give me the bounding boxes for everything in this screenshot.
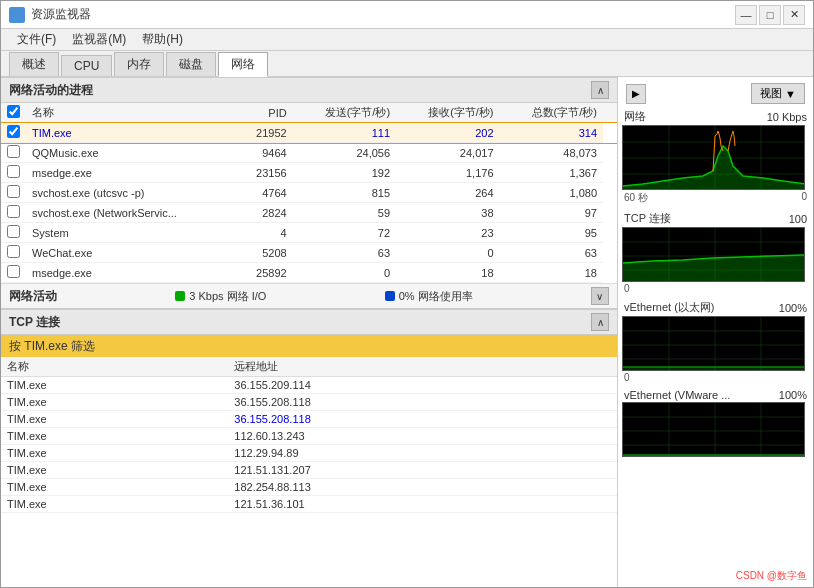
tcp-row-remote: 36.155.209.114 — [228, 377, 617, 394]
row-checkbox[interactable] — [7, 185, 20, 198]
tcp-collapse-btn[interactable]: ∧ — [591, 313, 609, 331]
right-top-bar: ▶ 视图 ▼ — [622, 81, 809, 106]
network-activity-bar: 网络活动 3 Kbps 网络 I/O 0% 网络使用率 ∨ — [1, 283, 617, 309]
tcp-row-name: TIM.exe — [1, 411, 228, 428]
row-checkbox-cell — [1, 263, 26, 283]
row-total: 1,080 — [500, 183, 603, 203]
graph-network-time: 60 秒 — [624, 191, 648, 205]
row-checkbox-cell — [1, 143, 26, 163]
process-table-row[interactable]: WeChat.exe 5208 63 0 63 — [1, 243, 617, 263]
graph-network-end: 0 — [801, 191, 807, 205]
row-send: 111 — [293, 123, 396, 143]
tcp-row-remote: 182.254.88.113 — [228, 479, 617, 496]
tcp-table-row[interactable]: TIM.exe 112.29.94.89 — [1, 445, 617, 462]
row-total: 18 — [500, 263, 603, 283]
graph-veth1: vEthernet (以太网) 100% — [622, 299, 809, 384]
tcp-table-row[interactable]: TIM.exe 36.155.209.114 — [1, 377, 617, 394]
graph-network-value: 10 Kbps — [767, 111, 807, 123]
row-recv: 24,017 — [396, 143, 499, 163]
tcp-row-remote: 112.60.13.243 — [228, 428, 617, 445]
row-checkbox[interactable] — [7, 225, 20, 238]
row-recv: 38 — [396, 203, 499, 223]
usage-indicator — [385, 291, 395, 301]
tcp-table-row[interactable]: TIM.exe 182.254.88.113 — [1, 479, 617, 496]
row-total: 95 — [500, 223, 603, 243]
main-content: 网络活动的进程 ∧ 名称 PID 发送(字节/秒) 接收(字节/秒) — [1, 77, 813, 587]
menu-file[interactable]: 文件(F) — [9, 29, 64, 50]
row-checkbox[interactable] — [7, 125, 20, 138]
network-processes-header: 网络活动的进程 ∧ — [1, 77, 617, 103]
menu-help[interactable]: 帮助(H) — [134, 29, 191, 50]
process-table-row[interactable]: TIM.exe 21952 111 202 314 — [1, 123, 617, 143]
graph-veth2: vEthernet (VMware ... 100% — [622, 388, 809, 457]
process-table-row[interactable]: QQMusic.exe 9464 24,056 24,017 48,073 — [1, 143, 617, 163]
row-recv: 1,176 — [396, 163, 499, 183]
tab-bar: 概述 CPU 内存 磁盘 网络 — [1, 51, 813, 77]
graph-veth1-end: 0 — [624, 372, 630, 383]
tcp-row-name: TIM.exe — [1, 377, 228, 394]
tcp-table-row[interactable]: TIM.exe 112.60.13.243 — [1, 428, 617, 445]
process-table-row[interactable]: svchost.exe (NetworkServic... 2824 59 38… — [1, 203, 617, 223]
row-pid: 4 — [236, 223, 293, 243]
tcp-table-row[interactable]: TIM.exe 36.155.208.118 — [1, 394, 617, 411]
graph-tcp-footer: 0 — [622, 282, 809, 295]
menu-monitor[interactable]: 监视器(M) — [64, 29, 134, 50]
svg-marker-13 — [623, 255, 805, 282]
minimize-button[interactable]: — — [735, 5, 757, 25]
select-all-checkbox[interactable] — [7, 105, 20, 118]
process-table-row[interactable]: msedge.exe 23156 192 1,176 1,367 — [1, 163, 617, 183]
tab-memory[interactable]: 内存 — [114, 52, 164, 76]
col-total: 总数(字节/秒) — [500, 103, 603, 123]
tcp-row-remote: 36.155.208.118 — [228, 411, 617, 428]
graph-veth2-canvas — [622, 402, 805, 457]
row-pid: 21952 — [236, 123, 293, 143]
row-pid: 4764 — [236, 183, 293, 203]
row-pid: 9464 — [236, 143, 293, 163]
row-checkbox-cell — [1, 123, 26, 143]
col-scrollbar-spacer — [603, 103, 617, 123]
row-checkbox[interactable] — [7, 205, 20, 218]
row-name: msedge.exe — [26, 163, 236, 183]
network-activity-collapse-btn[interactable]: ∨ — [591, 287, 609, 305]
maximize-button[interactable]: □ — [759, 5, 781, 25]
app-icon — [9, 7, 25, 23]
close-button[interactable]: ✕ — [783, 5, 805, 25]
tcp-table-header: 名称 远程地址 — [1, 357, 617, 377]
row-name: TIM.exe — [26, 123, 236, 143]
tab-cpu[interactable]: CPU — [61, 55, 112, 76]
tab-disk[interactable]: 磁盘 — [166, 52, 216, 76]
row-checkbox[interactable] — [7, 165, 20, 178]
row-checkbox[interactable] — [7, 265, 20, 278]
right-panel: ▶ 视图 ▼ 网络 10 Kbps — [618, 77, 813, 587]
graph-veth2-title: vEthernet (VMware ... — [624, 389, 730, 401]
usage-label: 0% 网络使用率 — [399, 289, 473, 304]
tcp-row-name: TIM.exe — [1, 445, 228, 462]
process-table-row[interactable]: msedge.exe 25892 0 18 18 — [1, 263, 617, 283]
process-table-row[interactable]: svchost.exe (utcsvc -p) 4764 815 264 1,0… — [1, 183, 617, 203]
tcp-filter-label: 按 TIM.exe 筛选 — [9, 338, 95, 355]
tcp-table-row[interactable]: TIM.exe 121.51.131.207 — [1, 462, 617, 479]
view-button[interactable]: 视图 ▼ — [751, 83, 805, 104]
tcp-section-header: TCP 连接 ∧ — [1, 309, 617, 335]
process-table-row[interactable]: System 4 72 23 95 — [1, 223, 617, 243]
tab-network[interactable]: 网络 — [218, 52, 268, 77]
row-total: 1,367 — [500, 163, 603, 183]
row-send: 815 — [293, 183, 396, 203]
row-checkbox[interactable] — [7, 245, 20, 258]
row-send: 63 — [293, 243, 396, 263]
tab-overview[interactable]: 概述 — [9, 52, 59, 76]
tcp-table-row[interactable]: TIM.exe 121.51.36.101 — [1, 496, 617, 513]
io-indicator — [175, 291, 185, 301]
row-checkbox[interactable] — [7, 145, 20, 158]
row-pid: 5208 — [236, 243, 293, 263]
svg-marker-20 — [623, 367, 805, 371]
tcp-table-row[interactable]: TIM.exe 36.155.208.118 — [1, 411, 617, 428]
row-pid: 25892 — [236, 263, 293, 283]
tcp-row-name: TIM.exe — [1, 394, 228, 411]
process-table: 名称 PID 发送(字节/秒) 接收(字节/秒) 总数(字节/秒) TIM.ex… — [1, 103, 617, 283]
row-send: 24,056 — [293, 143, 396, 163]
network-processes-collapse-btn[interactable]: ∧ — [591, 81, 609, 99]
right-expand-btn[interactable]: ▶ — [626, 84, 646, 104]
tcp-row-remote: 112.29.94.89 — [228, 445, 617, 462]
row-checkbox-cell — [1, 203, 26, 223]
